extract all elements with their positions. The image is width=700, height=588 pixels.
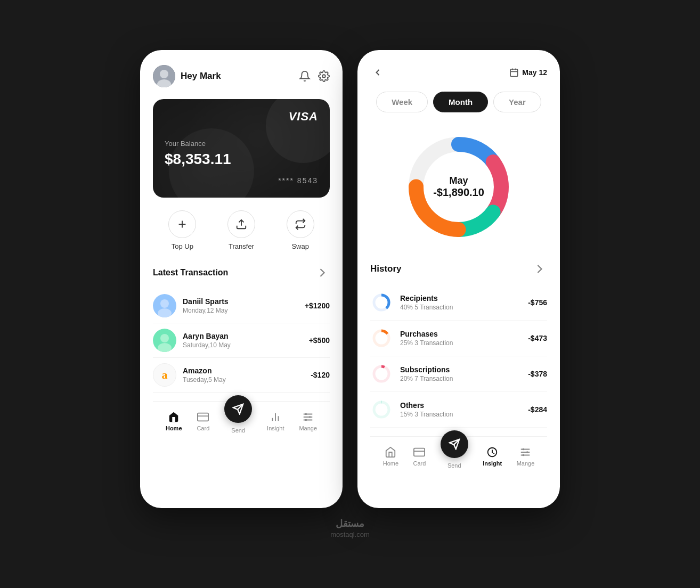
nav-insight[interactable]: Insight (267, 411, 284, 431)
greeting-text: Hey Mark (181, 71, 221, 81)
history-amount-2: -$473 (528, 334, 547, 342)
swap-circle (287, 210, 314, 238)
history-sub-2: 25% 3 Transaction (400, 339, 520, 347)
send-fab[interactable] (224, 395, 252, 423)
history-name-1: Recipients (400, 294, 520, 303)
history-info-3: Subscriptions 20% 7 Transaction (400, 365, 520, 382)
bell-icon[interactable] (299, 70, 311, 82)
history-more-icon[interactable] (532, 262, 547, 276)
history-sub-4: 15% 3 Transaction (400, 411, 520, 418)
svg-rect-13 (198, 413, 208, 421)
period-week[interactable]: Week (376, 92, 428, 112)
right-nav-card-label: Card (413, 460, 426, 467)
history-amount-3: -$378 (528, 370, 547, 378)
donut-center: May -$1,890.10 (433, 175, 484, 199)
transactions-more-icon[interactable] (315, 265, 330, 280)
calendar-icon (509, 68, 519, 77)
manage-icon (519, 446, 531, 458)
history-sub-1: 40% 5 Transaction (400, 304, 520, 311)
left-phone: Hey Mark VISA Your Balance (140, 50, 343, 508)
amazon-logo: a (162, 368, 168, 382)
tx-date-2: Saturday,10 May (183, 341, 303, 349)
tx-name-2: Aaryn Bayan (183, 332, 303, 340)
upload-icon (235, 218, 247, 230)
tx-amount-1: +$1200 (305, 301, 330, 310)
card-top: VISA (165, 110, 318, 124)
send-icon (232, 403, 244, 415)
nav-manage[interactable]: Mange (299, 411, 317, 431)
insight-icon-active (486, 446, 498, 458)
home-icon (385, 446, 396, 458)
right-nav-card[interactable]: Card (413, 446, 426, 467)
date-badge: May 12 (509, 68, 547, 77)
period-month[interactable]: Month (433, 92, 488, 112)
right-nav-home[interactable]: Home (383, 446, 398, 467)
right-send-fab[interactable] (441, 430, 468, 458)
home-icon (168, 411, 180, 423)
plus-icon (176, 218, 188, 230)
history-info-4: Others 15% 3 Transaction (400, 401, 520, 418)
tx-amount-3: -$120 (311, 371, 330, 379)
manage-icon (302, 411, 314, 423)
swap-icon (295, 218, 306, 230)
history-title: History (370, 264, 402, 274)
period-year[interactable]: Year (493, 92, 541, 112)
nav-send-label: Send (231, 427, 245, 434)
transactions-header: Latest Transaction (153, 265, 330, 280)
history-amount-1: -$756 (528, 298, 547, 307)
tx-name-1: Daniil Sparts (183, 297, 298, 306)
send-icon (449, 438, 460, 450)
svg-point-21 (309, 416, 311, 418)
nav-send-center[interactable]: Send (224, 409, 252, 434)
nav-home[interactable]: Home (166, 411, 182, 431)
tx-info-1: Daniil Sparts Monday,12 May (183, 297, 298, 314)
history-item-2: Purchases 25% 3 Transaction -$473 (370, 321, 547, 356)
tx-amount-2: +$500 (309, 336, 330, 345)
right-nav-manage[interactable]: Mange (517, 446, 535, 467)
gear-icon[interactable] (318, 70, 330, 82)
transfer-action[interactable]: Transfer (227, 210, 255, 250)
card-bottom: **** 8543 (165, 176, 318, 185)
right-phone: May 12 Week Month Year (357, 50, 560, 508)
right-nav-insight[interactable]: Insight (483, 446, 502, 467)
svg-point-49 (523, 454, 525, 456)
purchases-donut (370, 327, 393, 349)
nav-insight-label: Insight (267, 425, 284, 431)
bank-card: VISA Your Balance $8,353.11 **** 8543 (153, 99, 330, 198)
right-nav-manage-label: Mange (517, 460, 535, 467)
period-selector: Week Month Year (370, 92, 547, 112)
tx-avatar-1 (153, 294, 176, 317)
svg-rect-23 (511, 69, 518, 77)
visa-brand: VISA (289, 110, 318, 124)
donut-chart: May -$1,890.10 (400, 128, 517, 246)
nav-card[interactable]: Card (197, 411, 209, 431)
nav-home-label: Home (166, 425, 182, 431)
left-bottom-nav: Home Card Send (153, 401, 330, 444)
top-up-action[interactable]: Top Up (168, 210, 196, 250)
right-nav-send-center[interactable]: Send (441, 444, 468, 469)
subscriptions-donut (370, 363, 393, 385)
tx-info-2: Aaryn Bayan Saturday,10 May (183, 332, 303, 349)
right-bottom-nav: Home Card Send (370, 436, 547, 479)
balance-label: Your Balance (165, 140, 318, 148)
history-item-1: Recipients 40% 5 Transaction -$756 (370, 285, 547, 321)
swap-label: Swap (291, 242, 309, 250)
history-name-3: Subscriptions (400, 365, 520, 374)
top-up-label: Top Up (172, 242, 193, 250)
swap-action[interactable]: Swap (287, 210, 314, 250)
svg-point-3 (322, 75, 325, 78)
transfer-label: Transfer (229, 242, 254, 250)
history-info-2: Purchases 25% 3 Transaction (400, 330, 520, 347)
svg-point-38 (374, 402, 389, 417)
right-header: May 12 (370, 65, 547, 80)
nav-manage-label: Mange (299, 425, 317, 431)
left-header: Hey Mark (153, 65, 330, 87)
tx-info-3: Amazon Tuseday,5 May (183, 366, 304, 383)
svg-point-47 (523, 448, 525, 450)
avatar (153, 65, 175, 87)
right-nav-home-label: Home (383, 460, 398, 467)
right-nav-send-label: Send (447, 462, 461, 469)
svg-point-8 (160, 299, 169, 308)
history-amount-4: -$284 (528, 405, 547, 414)
back-button[interactable] (370, 65, 385, 80)
